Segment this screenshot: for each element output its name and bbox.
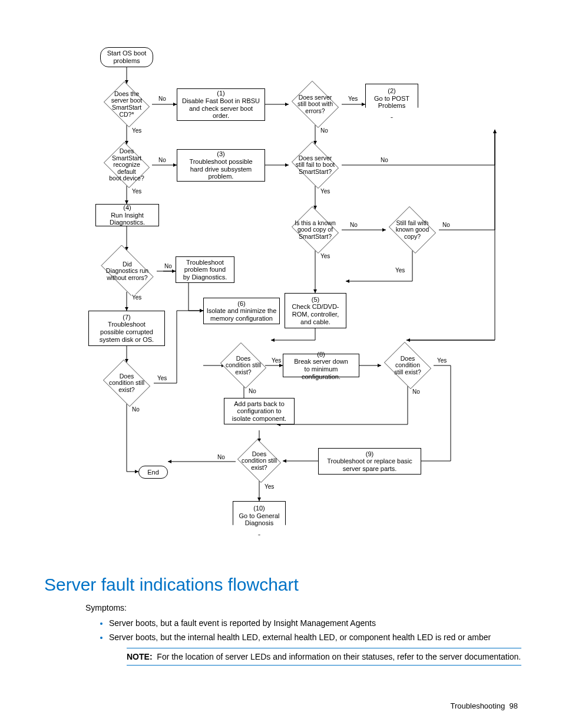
node-errors: Does serverstill boot witherrors? (289, 84, 342, 125)
symptom-list: Server boots, but a fault event is repor… (44, 618, 521, 642)
label-no: No (248, 388, 257, 394)
node-p5: (5)Check CD/DVD-ROM, controller,and cabl… (285, 293, 346, 328)
footer-section: Troubleshooting (451, 701, 505, 710)
node-cond8: Doesconditionstill exist? (381, 345, 434, 386)
node-p8: (8)Break server downto minimum configura… (283, 354, 359, 377)
node-p6: (6)Isolate and minimize thememory config… (203, 298, 280, 324)
node-start: Start OS bootproblems (100, 47, 153, 67)
label-yes: Yes (131, 294, 142, 301)
section-heading: Server fault indications flowchart (44, 575, 521, 595)
label-no: No (158, 157, 167, 163)
label-no: No (442, 222, 451, 228)
note-label: NOTE: (127, 652, 153, 661)
label-yes: Yes (271, 357, 282, 364)
label-yes: Yes (437, 357, 447, 364)
node-cond6: Doescondition stillexist? (218, 345, 269, 386)
node-known: Is this a knowngood copy ofSmartStart? (289, 209, 342, 251)
label-yes: Yes (395, 267, 405, 274)
page-content: Server fault indications flowchart Sympt… (44, 575, 521, 666)
label-yes: Yes (320, 188, 330, 195)
page-footer: Troubleshooting 98 (451, 701, 518, 710)
node-addback: Add parts back toconfiguration toisolate… (224, 398, 295, 424)
footer-page: 98 (510, 701, 518, 710)
node-recdev: DoesSmartStartrecognize defaultboot devi… (101, 144, 152, 186)
label-yes: Yes (131, 127, 142, 134)
label-no: No (131, 406, 140, 413)
list-item: Server boots, but a fault event is repor… (109, 618, 521, 628)
label-no: No (380, 157, 389, 163)
node-o10: (10)Go to GeneralDiagnosis (233, 501, 286, 535)
node-condfinal: Doescondition stillexist? (236, 441, 283, 481)
node-p4: (4)Run InsightDiagnostics. (95, 204, 159, 226)
node-failboot: Does serverstill fail to bootSmartStart? (289, 144, 342, 186)
label-no: No (217, 454, 226, 460)
label-no: No (349, 222, 358, 228)
node-stillfail: Still fail withknown goodcopy? (386, 209, 439, 251)
note-block: NOTE: For the location of server LEDs an… (127, 648, 521, 666)
node-end: End (138, 466, 168, 479)
label-yes: Yes (157, 375, 167, 381)
label-no: No (158, 95, 167, 102)
flowchart: Start OS bootproblems Does theserver boo… (88, 47, 513, 567)
label-yes: Yes (131, 188, 142, 195)
node-boot-cd: Does theserver bootSmartStartCD?* (101, 84, 152, 125)
label-yes: Yes (348, 95, 358, 102)
node-p7: (7)Troubleshootpossible corruptedsystem … (88, 311, 165, 346)
node-p3: (3)Troubleshoot possiblehard drive subsy… (177, 149, 265, 182)
node-diagerr: DidDiagnostics runwithout errors? (95, 251, 159, 292)
node-o2: (2)Go to POSTProblems (365, 84, 418, 118)
label-no: No (164, 263, 173, 269)
label-no: No (320, 127, 329, 134)
node-p9: (9)Troubleshoot or replace basicserver s… (318, 448, 421, 475)
node-diagfound: Troubleshootproblem foundby Diagnostics. (176, 256, 234, 283)
node-p1: (1)Disable Fast Boot in RBSUand check se… (177, 88, 265, 121)
label-no: No (412, 388, 421, 395)
label-yes: Yes (320, 253, 330, 259)
symptoms-label: Symptoms: (85, 603, 521, 612)
label-yes: Yes (264, 483, 275, 490)
note-text: For the location of server LEDs and info… (157, 652, 521, 661)
list-item: Server boots, but the internal health LE… (109, 633, 521, 642)
node-cond7: Doescondition stillexist? (100, 363, 153, 404)
